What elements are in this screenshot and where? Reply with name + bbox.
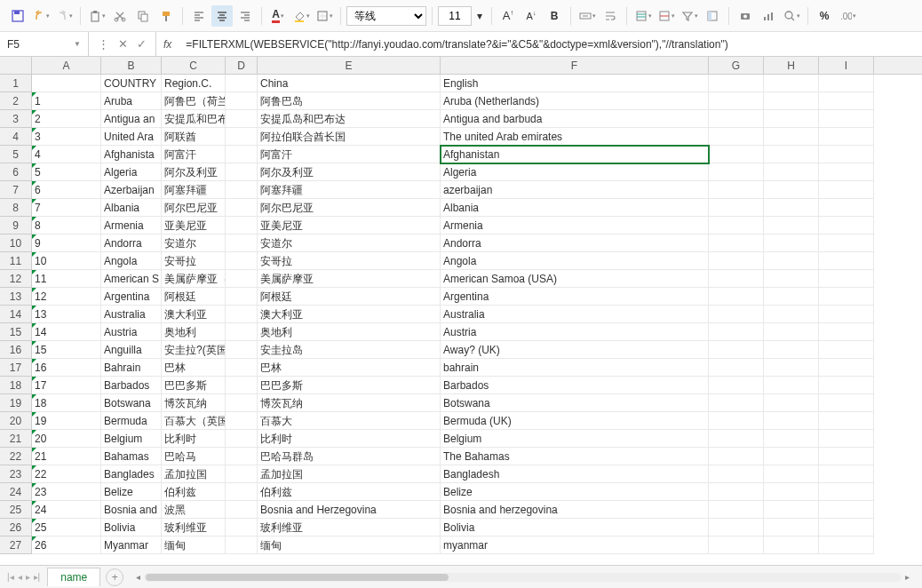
cell[interactable]: 亚美尼亚 [258, 217, 441, 234]
cell[interactable]: 巴巴多斯 [258, 377, 441, 394]
cell[interactable] [819, 465, 874, 483]
cell[interactable] [819, 128, 874, 146]
cell[interactable]: 18 [32, 394, 101, 412]
cell[interactable] [709, 75, 764, 92]
dropdown-icon[interactable]: ⋮ [98, 37, 109, 51]
row-header[interactable]: 6 [0, 163, 31, 181]
cell[interactable]: 澳大利亚 [258, 306, 441, 323]
cell[interactable] [819, 92, 874, 110]
row-header[interactable]: 19 [0, 394, 31, 412]
cell[interactable]: 安道尔 [258, 234, 441, 252]
tab-prev-icon[interactable]: ◂ [18, 572, 22, 582]
row-header[interactable]: 12 [0, 270, 31, 288]
cell[interactable] [709, 92, 764, 110]
cell[interactable]: 百慕大（英国） [162, 412, 226, 430]
fill-color-icon[interactable] [290, 5, 312, 27]
cell[interactable]: 阿塞拜疆 [258, 181, 441, 199]
cell[interactable] [709, 146, 764, 163]
cell[interactable]: Bosnia and [101, 501, 162, 519]
delete-rows-icon[interactable] [656, 5, 677, 27]
cell[interactable]: Argentina [101, 288, 162, 306]
percent-icon[interactable]: % [814, 5, 835, 27]
cell[interactable] [819, 394, 874, 412]
cell[interactable]: 阿根廷 [258, 288, 441, 306]
cell[interactable] [709, 536, 764, 554]
cell[interactable]: Myanmar [101, 536, 162, 554]
copy-icon[interactable] [132, 5, 154, 27]
row-header[interactable]: 27 [0, 536, 31, 554]
cell[interactable] [709, 483, 764, 501]
cell[interactable]: 安圭拉岛 [258, 341, 441, 359]
cell[interactable] [226, 75, 258, 92]
row-header[interactable]: 2 [0, 92, 31, 110]
paste-icon[interactable] [86, 5, 107, 27]
cell[interactable] [226, 341, 258, 359]
cell[interactable]: Anguilla [101, 341, 162, 359]
cell[interactable]: 15 [32, 341, 101, 359]
row-header[interactable]: 1 [0, 75, 31, 92]
cell[interactable] [764, 128, 819, 146]
row-header[interactable]: 16 [0, 341, 31, 359]
cell[interactable] [764, 110, 819, 128]
row-header[interactable]: 10 [0, 234, 31, 252]
cell[interactable] [764, 377, 819, 394]
cell[interactable] [819, 181, 874, 199]
cell[interactable]: 安提瓜和巴布达 [162, 110, 226, 128]
column-header-G[interactable]: G [709, 57, 764, 74]
cell[interactable]: 安提瓜岛和巴布达 [258, 110, 441, 128]
row-header[interactable]: 9 [0, 217, 31, 234]
tab-last-icon[interactable]: ▸| [34, 572, 41, 582]
cell[interactable]: 美属萨摩亚 [258, 270, 441, 288]
cell[interactable]: 9 [32, 234, 101, 252]
row-header[interactable]: 21 [0, 430, 31, 448]
cell[interactable] [764, 75, 819, 92]
cell[interactable] [226, 430, 258, 448]
cell[interactable] [709, 163, 764, 181]
cell[interactable]: Bangladesh [441, 465, 709, 483]
cell[interactable]: 亚美尼亚 [162, 217, 226, 234]
cell[interactable] [709, 412, 764, 430]
cell[interactable]: Antigua an [101, 110, 162, 128]
font-size-input[interactable] [438, 6, 472, 26]
cell[interactable] [709, 448, 764, 465]
cell[interactable]: The Bahamas [441, 448, 709, 465]
wrap-text-icon[interactable] [600, 5, 621, 27]
cell[interactable]: 17 [32, 377, 101, 394]
cell[interactable] [819, 412, 874, 430]
cell[interactable] [819, 146, 874, 163]
row-header[interactable]: 22 [0, 448, 31, 465]
cell[interactable]: China [258, 75, 441, 92]
sheet-tab-active[interactable]: name [47, 568, 100, 586]
cell[interactable]: Banglades [101, 465, 162, 483]
cell[interactable]: 安道尔 [162, 234, 226, 252]
cell[interactable] [819, 536, 874, 554]
cell[interactable]: 6 [32, 181, 101, 199]
cell[interactable]: 5 [32, 163, 101, 181]
cell[interactable]: Angola [441, 252, 709, 270]
cell[interactable]: Botswana [101, 394, 162, 412]
name-box[interactable]: F5 ▼ [0, 32, 89, 56]
font-size-caret-icon[interactable]: ▾ [473, 5, 486, 27]
cell[interactable]: azerbaijan [441, 181, 709, 199]
cell[interactable]: 21 [32, 448, 101, 465]
cell[interactable]: Austria [101, 323, 162, 341]
cell[interactable] [819, 501, 874, 519]
tab-first-icon[interactable]: |◂ [7, 572, 14, 582]
format-painter-icon[interactable] [155, 5, 177, 27]
cell[interactable]: 19 [32, 412, 101, 430]
row-header[interactable]: 8 [0, 199, 31, 217]
cell[interactable]: 阿拉伯联合酋长国 [258, 128, 441, 146]
cell[interactable] [764, 181, 819, 199]
find-icon[interactable] [781, 5, 802, 27]
row-header[interactable]: 25 [0, 501, 31, 519]
chart-icon[interactable] [758, 5, 779, 27]
add-sheet-button[interactable]: + [106, 568, 123, 586]
cell[interactable]: Bermuda (UK) [441, 412, 709, 430]
row-header[interactable]: 11 [0, 252, 31, 270]
cell[interactable]: 安圭拉?(英国) [162, 341, 226, 359]
cell[interactable] [819, 252, 874, 270]
cell[interactable] [709, 110, 764, 128]
cell[interactable]: Andorra [441, 234, 709, 252]
cell[interactable] [709, 288, 764, 306]
cell[interactable]: 澳大利亚 [162, 306, 226, 323]
